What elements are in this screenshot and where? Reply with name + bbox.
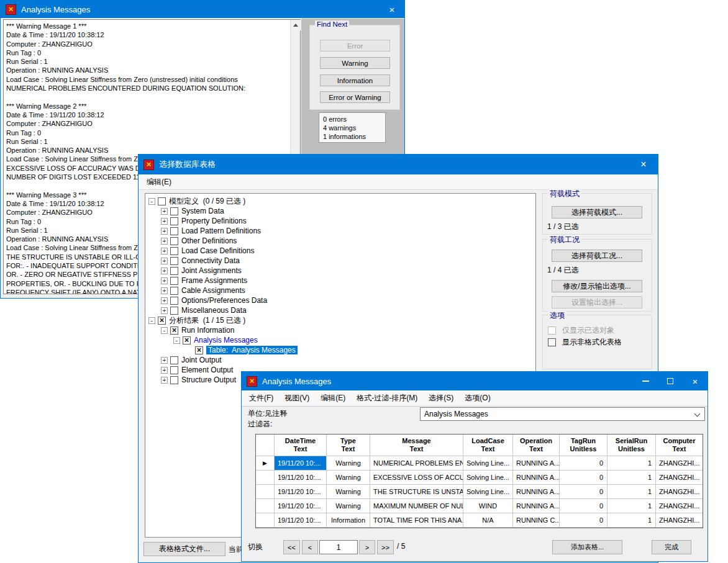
tree-checkbox[interactable]	[170, 237, 178, 245]
menu-format-filter-sort[interactable]: 格式-过滤-排序(M)	[357, 393, 417, 403]
cell-type[interactable]: Warning	[327, 471, 370, 485]
expand-icon[interactable]	[161, 248, 168, 254]
tree-item-other-definitions[interactable]: Other Definitions	[145, 236, 535, 246]
tree-checkbox[interactable]	[170, 297, 178, 305]
cell-tagrun[interactable]: 0	[560, 499, 607, 513]
prev-page-button[interactable]: <	[302, 540, 318, 554]
column-header-serialrun[interactable]: SerialRunUnitless	[607, 435, 656, 456]
minimize-icon[interactable]	[633, 372, 658, 390]
cell-serialrun[interactable]: 1	[607, 499, 656, 513]
row-header[interactable]	[256, 485, 275, 499]
row-header[interactable]	[256, 471, 275, 485]
cell-datetime[interactable]: 19/11/20 10:...	[275, 499, 327, 513]
cell-serialrun[interactable]: 1	[607, 471, 656, 485]
cell-loadcase[interactable]: Solving Line...	[463, 485, 513, 499]
cell-type[interactable]: Warning	[327, 456, 370, 471]
menu-file[interactable]: 文件(F)	[249, 393, 273, 403]
column-header-loadcase[interactable]: LoadCaseText	[463, 435, 513, 456]
find-warning-button[interactable]: Warning	[320, 57, 390, 69]
expand-icon[interactable]	[161, 258, 168, 264]
tree-checkbox[interactable]	[183, 336, 191, 345]
cell-datetime[interactable]: 19/11/20 10:...	[275, 471, 327, 485]
expand-icon[interactable]	[161, 268, 168, 274]
tree-checkbox[interactable]	[170, 356, 178, 364]
cell-type[interactable]: Warning	[327, 499, 370, 513]
scroll-up-icon[interactable]	[291, 20, 301, 30]
page-number-input[interactable]	[319, 540, 358, 554]
collapse-icon[interactable]	[161, 327, 168, 334]
cell-computer[interactable]: ZHANGZHI...	[656, 456, 703, 471]
menu-edit[interactable]: 编辑(E)	[321, 393, 345, 403]
tree-item-analysis-results[interactable]: 分析结果 (1 / 15 已选 )	[145, 315, 535, 325]
tree-checkbox[interactable]	[170, 207, 178, 215]
current-row-marker-icon[interactable]: ▶	[256, 456, 275, 471]
checkbox-icon[interactable]	[548, 327, 556, 335]
modify-show-output-options-button[interactable]: 修改/显示输出选项...	[552, 280, 642, 292]
cell-computer[interactable]: ZHANGZHI...	[656, 499, 703, 513]
collapse-icon[interactable]	[173, 337, 180, 344]
expand-icon[interactable]	[161, 218, 168, 225]
cell-serialrun[interactable]: 1	[607, 485, 656, 499]
expand-icon[interactable]	[161, 238, 168, 245]
tree-item-model-definitions[interactable]: 模型定义 (0 / 59 已选 )	[145, 196, 535, 206]
cell-tagrun[interactable]: 0	[560, 456, 607, 471]
expand-icon[interactable]	[161, 287, 168, 294]
cell-type[interactable]: Information	[327, 513, 370, 528]
expand-icon[interactable]	[161, 277, 168, 284]
done-button[interactable]: 完成	[652, 540, 691, 554]
tree-item-analysis-messages[interactable]: Analysis Messages	[145, 335, 535, 345]
tree-checkbox[interactable]	[170, 247, 178, 255]
last-page-button[interactable]: >>	[377, 540, 394, 554]
tree-checkbox[interactable]	[195, 346, 203, 354]
cell-serialrun[interactable]: 1	[607, 456, 656, 471]
tree-item-options-preferences-data[interactable]: Options/Preferences Data	[145, 295, 535, 305]
expand-icon[interactable]	[161, 208, 168, 215]
cell-computer[interactable]: ZHANGZHI...	[656, 471, 703, 485]
select-load-patterns-button[interactable]: 选择荷载模式...	[552, 206, 642, 218]
cell-message[interactable]: TOTAL TIME FOR THIS ANA...	[370, 513, 463, 528]
cell-type[interactable]: Warning	[327, 485, 370, 499]
select-load-cases-button[interactable]: 选择荷载工况...	[552, 250, 642, 262]
table-format-file-button[interactable]: 表格格式文件...	[143, 542, 225, 556]
expand-icon[interactable]	[161, 297, 168, 304]
cell-loadcase[interactable]: N/A	[463, 513, 513, 528]
close-icon[interactable]: ×	[683, 372, 708, 390]
row-header[interactable]	[256, 499, 275, 513]
tree-checkbox[interactable]	[170, 376, 178, 384]
cell-message[interactable]: THE STRUCTURE IS UNSTA...	[370, 485, 463, 499]
cell-serialrun[interactable]: 1	[607, 513, 656, 528]
cell-operation[interactable]: RUNNING A...	[513, 471, 560, 485]
expand-icon[interactable]	[161, 228, 168, 235]
tree-checkbox[interactable]	[170, 257, 178, 265]
cell-loadcase[interactable]: WIND	[463, 499, 513, 513]
tree-item-run-information[interactable]: Run Information	[145, 325, 535, 335]
table-select-dropdown[interactable]: Analysis Messages	[420, 407, 705, 421]
tree-checkbox[interactable]	[158, 317, 166, 325]
close-icon[interactable]: ×	[629, 155, 658, 174]
cell-computer[interactable]: ZHANGZHI...	[656, 485, 703, 499]
tree-checkbox[interactable]	[170, 227, 178, 235]
cell-operation[interactable]: RUNNING C...	[513, 513, 560, 528]
cell-loadcase[interactable]: Solving Line...	[463, 471, 513, 485]
cell-operation[interactable]: RUNNING A...	[513, 499, 560, 513]
column-header-datetime[interactable]: DateTimeText	[275, 435, 327, 456]
cell-operation[interactable]: RUNNING A...	[513, 456, 560, 471]
window2-titlebar[interactable]: × 选择数据库表格 ×	[139, 155, 658, 174]
column-header-message[interactable]: MessageText	[370, 435, 463, 456]
cell-datetime[interactable]: 19/11/20 10:...	[275, 513, 327, 528]
cell-tagrun[interactable]: 0	[560, 485, 607, 499]
window3-titlebar[interactable]: × Analysis Messages ×	[242, 372, 708, 390]
menu-view[interactable]: 视图(V)	[284, 393, 309, 403]
find-error-or-warning-button[interactable]: Error or Warning	[320, 91, 390, 103]
close-icon[interactable]: ×	[380, 1, 404, 18]
tree-item-load-pattern-definitions[interactable]: Load Pattern Definitions	[145, 226, 535, 236]
tree-item-cable-assignments[interactable]: Cable Assignments	[145, 286, 535, 295]
maximize-icon[interactable]	[658, 372, 683, 390]
column-header-tagrun[interactable]: TagRunUnitless	[560, 435, 607, 456]
tree-checkbox[interactable]	[170, 277, 178, 285]
cell-datetime[interactable]: 19/11/20 10:...	[275, 485, 327, 499]
expand-icon[interactable]	[161, 367, 168, 374]
tree-checkbox[interactable]	[170, 327, 178, 335]
tree-checkbox[interactable]	[170, 287, 178, 295]
cell-datetime[interactable]: 19/11/20 10:...	[275, 456, 327, 471]
